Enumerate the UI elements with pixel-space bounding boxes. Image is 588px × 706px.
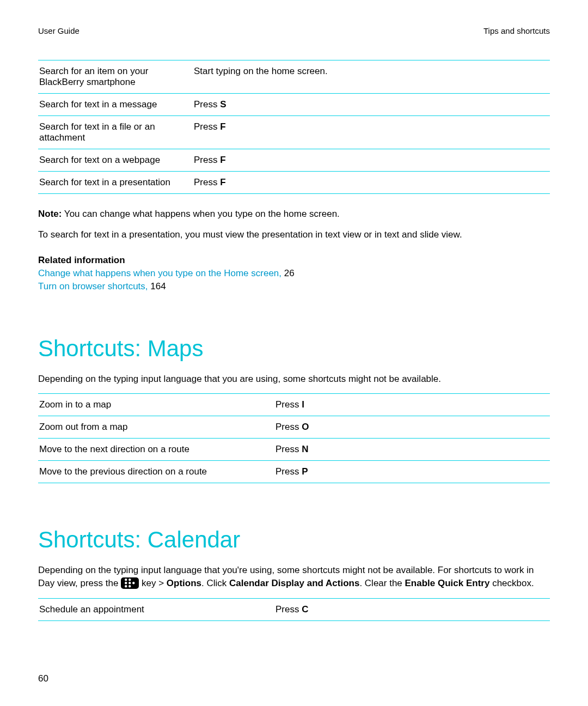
table-row: Zoom out from a map Press O — [38, 416, 550, 439]
related-link-line: Turn on browser shortcuts, 164 — [38, 281, 550, 292]
page-number: 60 — [38, 673, 48, 684]
action-cell: Schedule an appointment — [38, 598, 274, 620]
related-heading: Related information — [38, 255, 550, 266]
header-right: Tips and shortcuts — [483, 26, 550, 35]
calendar-heading: Shortcuts: Calendar — [38, 527, 550, 553]
action-cell: Zoom out from a map — [38, 416, 274, 439]
maps-shortcuts-table: Zoom in to a map Press I Zoom out from a… — [38, 393, 550, 483]
note-text: Note: You can change what happens when y… — [38, 208, 550, 221]
key-cell: Press C — [274, 598, 550, 620]
action-cell: Search for text in a message — [38, 94, 193, 116]
key-cell: Press P — [274, 461, 550, 483]
key-cell: Start typing on the home screen. — [193, 60, 550, 94]
page-header: User Guide Tips and shortcuts — [38, 26, 550, 35]
key-cell: Press O — [274, 416, 550, 439]
key-cell: Press F — [193, 149, 550, 172]
action-cell: Search for text on a webpage — [38, 149, 193, 172]
maps-heading: Shortcuts: Maps — [38, 336, 550, 362]
action-cell: Search for text in a file or an attachme… — [38, 116, 193, 149]
blackberry-key-icon: ●●●●●●● — [121, 577, 139, 589]
key-cell: Press I — [274, 394, 550, 416]
table-row: Search for an item on your BlackBerry sm… — [38, 60, 550, 94]
action-cell: Search for text in a presentation — [38, 172, 193, 194]
action-cell: Move to the previous direction on a rout… — [38, 461, 274, 483]
related-link[interactable]: Turn on browser shortcuts, — [38, 281, 148, 291]
table-row: Schedule an appointment Press C — [38, 598, 550, 620]
table-row: Move to the next direction on a route Pr… — [38, 439, 550, 461]
calendar-shortcuts-table: Schedule an appointment Press C — [38, 598, 550, 621]
action-cell: Zoom in to a map — [38, 394, 274, 416]
key-cell: Press S — [193, 94, 550, 116]
key-cell: Press N — [274, 439, 550, 461]
search-para: To search for text in a presentation, yo… — [38, 228, 550, 241]
header-left: User Guide — [38, 26, 79, 35]
action-cell: Search for an item on your BlackBerry sm… — [38, 60, 193, 94]
calendar-intro: Depending on the typing input language t… — [38, 564, 550, 590]
action-cell: Move to the next direction on a route — [38, 439, 274, 461]
table-row: Move to the previous direction on a rout… — [38, 461, 550, 483]
table-row: Search for text in a file or an attachme… — [38, 116, 550, 149]
key-cell: Press F — [193, 172, 550, 194]
key-cell: Press F — [193, 116, 550, 149]
table-row: Zoom in to a map Press I — [38, 394, 550, 416]
table-row: Search for text in a presentation Press … — [38, 172, 550, 194]
table-row: Search for text in a message Press S — [38, 94, 550, 116]
related-link-line: Change what happens when you type on the… — [38, 268, 550, 279]
table-row: Search for text on a webpage Press F — [38, 149, 550, 172]
related-link[interactable]: Change what happens when you type on the… — [38, 268, 281, 278]
search-shortcuts-table: Search for an item on your BlackBerry sm… — [38, 60, 550, 194]
maps-intro: Depending on the typing input language t… — [38, 373, 550, 386]
